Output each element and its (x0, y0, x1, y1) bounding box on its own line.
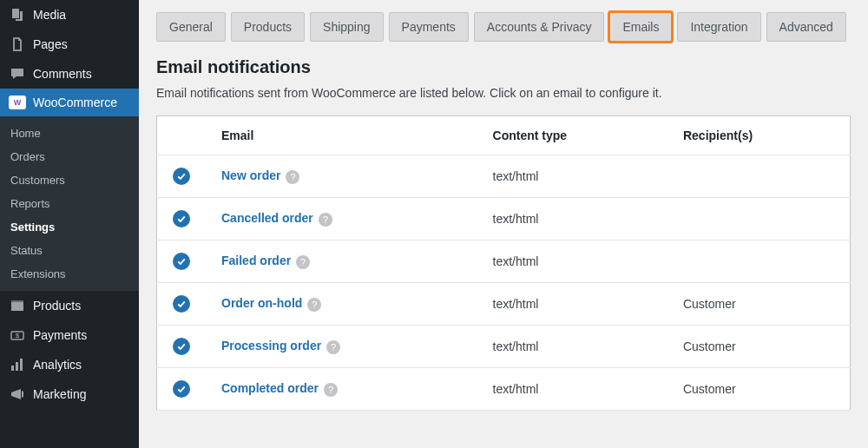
content-type-cell: text/html (477, 283, 667, 326)
tab-payments[interactable]: Payments (389, 12, 469, 42)
status-cell (157, 368, 207, 411)
status-enabled-icon (173, 168, 190, 185)
status-enabled-icon (173, 253, 190, 270)
status-cell (157, 198, 207, 240)
table-row: Processing order?text/htmlCustomer (157, 326, 851, 368)
status-cell (157, 326, 207, 368)
admin-sidebar: Media Pages Comments W WooCommerce Home … (0, 0, 139, 448)
submenu-settings[interactable]: Settings (0, 215, 139, 239)
status-enabled-icon (173, 338, 190, 355)
table-row: New order?text/html (157, 155, 851, 198)
tab-shipping[interactable]: Shipping (310, 12, 384, 42)
marketing-icon (9, 386, 26, 402)
help-icon[interactable]: ? (286, 170, 299, 184)
sidebar-item-label: Analytics (33, 358, 82, 372)
status-enabled-icon (173, 210, 190, 227)
sidebar-item-pages[interactable]: Pages (0, 30, 139, 59)
email-link[interactable]: Order on-hold (221, 296, 302, 310)
svg-rect-4 (11, 366, 14, 371)
submenu-customers[interactable]: Customers (0, 168, 139, 192)
recipients-cell: Customer (667, 326, 851, 368)
comments-icon (9, 66, 26, 82)
sidebar-item-woocommerce[interactable]: W WooCommerce (0, 89, 139, 116)
sidebar-item-label: Media (33, 8, 66, 22)
content-type-cell: text/html (477, 326, 667, 368)
col-header-email: Email (206, 116, 477, 155)
sidebar-item-label: WooCommerce (33, 96, 117, 109)
help-icon[interactable]: ? (307, 298, 321, 312)
help-icon[interactable]: ? (326, 340, 340, 354)
help-icon[interactable]: ? (319, 213, 332, 227)
sidebar-item-comments[interactable]: Comments (0, 59, 139, 89)
content-type-cell: text/html (477, 368, 667, 411)
email-link[interactable]: New order (221, 168, 280, 182)
products-icon (9, 298, 26, 313)
svg-rect-1 (11, 300, 23, 302)
section-title: Email notifications (156, 57, 851, 77)
content-type-cell: text/html (477, 155, 667, 198)
sidebar-item-label: Marketing (33, 387, 86, 401)
email-link[interactable]: Failed order (221, 254, 291, 267)
recipients-cell: Customer (667, 368, 851, 411)
payments-icon: $ (9, 327, 26, 343)
submenu-extensions[interactable]: Extensions (0, 262, 139, 286)
svg-rect-0 (11, 302, 23, 311)
email-link[interactable]: Cancelled order (221, 211, 313, 225)
sidebar-item-media[interactable]: Media (0, 0, 139, 30)
sidebar-item-analytics[interactable]: Analytics (0, 350, 139, 379)
submenu-orders[interactable]: Orders (0, 145, 139, 168)
recipients-cell (667, 198, 851, 240)
email-name-cell: Order on-hold? (206, 283, 477, 326)
section-description: Email notifications sent from WooCommerc… (156, 86, 851, 100)
sidebar-item-label: Products (33, 299, 81, 313)
tab-advanced[interactable]: Advanced (766, 12, 846, 42)
status-cell (157, 240, 207, 283)
col-header-status (157, 116, 207, 155)
submenu-reports[interactable]: Reports (0, 192, 139, 215)
col-header-recipients: Recipient(s) (667, 116, 851, 155)
sidebar-item-label: Payments (33, 328, 87, 342)
svg-text:$: $ (16, 332, 20, 339)
recipients-cell: Customer (667, 283, 851, 326)
submenu-home[interactable]: Home (0, 122, 139, 145)
status-enabled-icon (173, 380, 190, 398)
tab-products[interactable]: Products (231, 12, 305, 42)
svg-rect-5 (16, 362, 18, 371)
email-name-cell: Failed order? (206, 240, 477, 283)
email-table: Email Content type Recipient(s) New orde… (156, 115, 851, 411)
help-icon[interactable]: ? (324, 383, 338, 397)
tab-emails[interactable]: Emails (609, 12, 672, 42)
tab-general[interactable]: General (156, 12, 226, 42)
col-header-content-type: Content type (477, 116, 667, 155)
email-link[interactable]: Processing order (221, 339, 321, 352)
table-row: Cancelled order?text/html (157, 198, 851, 240)
recipients-cell (667, 155, 851, 198)
analytics-icon (9, 357, 26, 372)
tab-accounts-privacy[interactable]: Accounts & Privacy (474, 12, 605, 42)
sidebar-item-products[interactable]: Products (0, 291, 139, 320)
table-row: Order on-hold?text/htmlCustomer (157, 283, 851, 326)
help-icon[interactable]: ? (296, 255, 310, 269)
status-cell (157, 155, 207, 198)
sidebar-item-label: Comments (33, 67, 92, 81)
svg-rect-6 (20, 359, 23, 371)
email-name-cell: Completed order? (206, 368, 477, 411)
pages-icon (9, 36, 26, 52)
content-type-cell: text/html (477, 198, 667, 240)
woocommerce-icon: W (9, 96, 26, 109)
tab-integration[interactable]: Integration (677, 12, 760, 42)
recipients-cell (667, 240, 851, 283)
media-icon (9, 7, 26, 23)
status-cell (157, 283, 207, 326)
woocommerce-submenu: Home Orders Customers Reports Settings S… (0, 116, 139, 291)
sidebar-item-label: Pages (33, 37, 68, 51)
sidebar-item-marketing[interactable]: Marketing (0, 379, 139, 409)
settings-content: General Products Shipping Payments Accou… (139, 0, 868, 448)
sidebar-item-payments[interactable]: $ Payments (0, 320, 139, 350)
email-name-cell: New order? (206, 155, 477, 198)
email-link[interactable]: Completed order (221, 381, 319, 395)
submenu-status[interactable]: Status (0, 239, 139, 262)
content-type-cell: text/html (477, 240, 667, 283)
table-row: Completed order?text/htmlCustomer (157, 368, 851, 411)
email-name-cell: Processing order? (206, 326, 477, 368)
